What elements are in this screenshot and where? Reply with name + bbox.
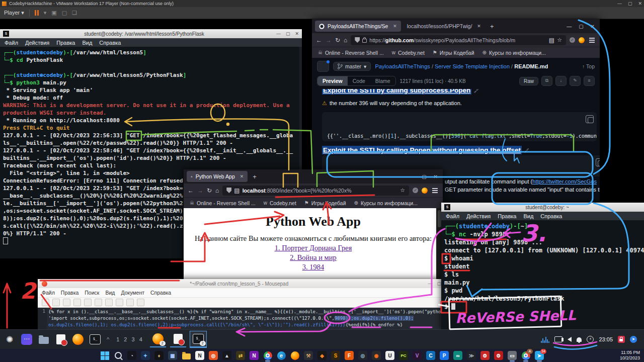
bookmark-item[interactable]: w Codeby.net <box>264 200 296 206</box>
menu-item[interactable]: Справка <box>540 213 562 219</box>
taskbar-icon-chrome[interactable] <box>262 350 273 361</box>
taskbar-icon-sublime[interactable]: S <box>330 350 341 361</box>
taskbar-icon-loop[interactable]: ∞ <box>452 350 463 361</box>
reload-icon[interactable]: ↻ <box>335 37 340 44</box>
pythonapp-urlbar[interactable]: ▤ localhost:8080/index?book={%%20for%20x… <box>222 186 409 196</box>
pocket-icon[interactable]: ✓ <box>413 188 418 193</box>
edit-pencil-icon[interactable]: ✎ <box>570 76 581 86</box>
menu-item[interactable]: Действия <box>466 213 491 219</box>
menu-icon[interactable] <box>589 40 595 41</box>
file-manager-button[interactable] <box>37 333 50 346</box>
menu-item[interactable]: Вид <box>523 213 533 219</box>
cut-icon[interactable] <box>105 299 113 306</box>
reader-mode-icon[interactable]: ▤ <box>549 37 554 44</box>
taskbar-icon-speedtest[interactable]: ◔ <box>126 350 137 361</box>
fullscreen-icon[interactable]: ▢ <box>62 10 67 16</box>
search-icon[interactable] <box>137 299 144 306</box>
home-icon[interactable]: ⌂ <box>215 187 219 194</box>
keepass-lock-icon[interactable] <box>618 336 625 343</box>
vmware-maximize-button[interactable]: ▢ <box>628 1 632 6</box>
menu-item[interactable]: Вид <box>82 40 92 46</box>
taskbar-icon-store[interactable]: ✦ <box>140 350 151 361</box>
send-cad-icon[interactable]: ▣ <box>51 10 56 16</box>
close-icon[interactable]: ✕ <box>295 31 299 36</box>
taskbar-icon-tracker[interactable]: ▲ <box>221 350 232 361</box>
taskbar-icon-maps-pin[interactable]: P <box>439 350 450 361</box>
tab-code[interactable]: Code <box>348 76 370 85</box>
taskbar-icon-chrome-profile[interactable]: A <box>520 350 531 361</box>
maximize-icon[interactable]: ▢ <box>286 31 290 36</box>
app-launcher-button[interactable]: ⋯ <box>20 333 33 346</box>
maximize-icon[interactable]: ▢ <box>422 174 426 179</box>
firefox-account-icon[interactable] <box>579 37 585 43</box>
pause-dropdown-icon[interactable]: ▾ <box>44 10 47 16</box>
pocket-icon[interactable]: ✓ <box>570 37 575 43</box>
taskbar-icon-lens[interactable]: ◎ <box>357 350 368 361</box>
paste-icon[interactable] <box>126 299 134 306</box>
new-tab-button[interactable]: + <box>487 23 497 30</box>
vmware-close-button[interactable]: ✕ <box>638 1 642 6</box>
taskbar-icon-unreal[interactable]: U <box>384 350 395 361</box>
github-urlbar[interactable]: https://github.com/swisskyrepo/PayloadsA… <box>351 35 566 45</box>
tracking-shield-icon[interactable] <box>226 188 231 193</box>
redo-icon[interactable] <box>95 299 102 306</box>
volume-icon[interactable] <box>568 337 572 342</box>
forward-icon[interactable]: → <box>326 37 332 44</box>
taskbar-icon-telegram[interactable]: ➤34 <box>534 350 545 361</box>
bookmark-item[interactable]: ☠ Online - Reverse Shell ... <box>318 50 384 56</box>
home-icon[interactable]: ⌂ <box>344 37 347 44</box>
book-link[interactable]: 1. Портрет Дориана Грея <box>184 244 443 252</box>
bookmark-item[interactable]: ⊕ Курсы по информаци... <box>482 50 546 56</box>
copy-code-icon[interactable] <box>586 115 594 123</box>
sidebar-toggle-button[interactable] <box>317 61 329 72</box>
firefox-account-icon[interactable] <box>422 188 428 194</box>
mousepad-titlebar[interactable]: *~/Рабочий стол/tmp_lesson_5 - Mousepad … <box>38 279 445 288</box>
taskbar-icon-notion[interactable]: N <box>194 350 205 361</box>
bookmark-star-icon[interactable]: ☆ <box>557 37 562 43</box>
book-link[interactable]: 2. Война и мир <box>184 253 443 262</box>
windows-clock[interactable]: 11:05 PM 10/2/2023 <box>620 350 640 361</box>
tab-close-icon[interactable]: ✕ <box>393 24 397 29</box>
tracking-shield-icon[interactable] <box>355 37 360 43</box>
open-file-icon[interactable] <box>52 299 60 306</box>
taskbar-icon-gear-red-1[interactable]: ⚙ <box>479 350 491 361</box>
mousepad-launcher[interactable] <box>54 333 67 346</box>
outline-icon[interactable]: ≡ <box>584 76 595 86</box>
kali-menu-button[interactable]: ✺ <box>3 333 16 346</box>
taskbar-icon-gear-red-2[interactable]: ⚙ <box>493 350 504 361</box>
copy-raw-icon[interactable]: ⧉ <box>541 76 552 86</box>
cpu-graph-icon[interactable] <box>541 336 549 343</box>
menu-icon[interactable] <box>432 190 438 191</box>
taskbar-icon-wings[interactable]: ≫ <box>466 350 477 361</box>
taskbar-icon-arrows[interactable]: ⇄ <box>235 350 246 361</box>
bookmark-item[interactable]: ⚑ Игры Кодебай <box>304 200 346 206</box>
vm-clock[interactable]: 23:05 <box>599 336 613 342</box>
menu-item[interactable]: Справка <box>99 40 121 46</box>
taskbar-icon-pycharm[interactable]: PC <box>398 350 409 361</box>
back-icon[interactable]: ← <box>188 187 194 194</box>
menu-item[interactable]: Файл <box>446 213 459 219</box>
minimize-icon[interactable]: — <box>276 31 281 36</box>
bookmark-item[interactable]: w Codeby.net <box>392 50 425 56</box>
menu-item[interactable]: Правка <box>498 213 516 219</box>
save-icon[interactable] <box>63 299 70 306</box>
book-link[interactable]: 3. 1984 <box>184 263 443 272</box>
taskbar-icon-ubuntu[interactable]: ◎ <box>208 350 219 361</box>
close-icon[interactable]: ✕ <box>591 24 595 29</box>
terminal-2-output[interactable]: ┌──(student⊛codeby)-[~]└─$ nc -nvlp 9898… <box>441 220 644 333</box>
minimize-icon[interactable]: — <box>428 281 432 286</box>
minimize-icon[interactable]: — <box>567 24 572 29</box>
forward-icon[interactable]: → <box>197 187 203 194</box>
menu-item[interactable]: Файл <box>42 290 55 296</box>
menu-item[interactable]: Действия <box>25 40 49 46</box>
tab-payloadsallthethings[interactable]: PayloadsAllTheThings/Se ✕ <box>315 21 401 32</box>
mousepad-editor[interactable]: 1 {% for x in ().__class__.__base__.__su… <box>38 308 445 330</box>
maximize-icon[interactable]: ▢ <box>437 281 441 286</box>
reload-icon[interactable]: ↻ <box>207 187 212 194</box>
taskbar-firefox-running[interactable]: 2 <box>150 331 166 347</box>
save-as-icon[interactable] <box>73 299 81 306</box>
tab-blame[interactable]: Blame <box>370 76 395 85</box>
vmware-minimize-button[interactable]: — <box>617 1 622 6</box>
bookmark-item[interactable]: ⊕ Курсы по информаци... <box>354 200 418 206</box>
taskbar-icon-explorer[interactable] <box>181 350 192 361</box>
